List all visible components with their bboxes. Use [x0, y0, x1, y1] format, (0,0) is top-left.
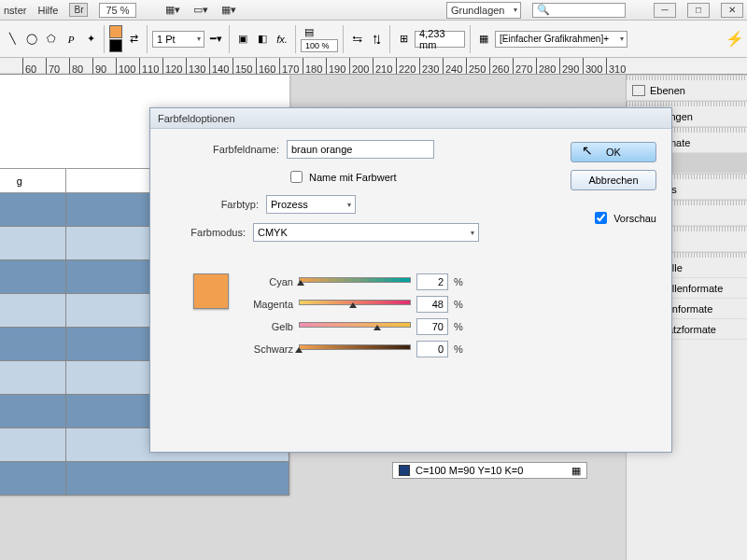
frame-fit-select[interactable]: [Einfacher Grafikrahmen]+ [495, 31, 627, 48]
slider-thumb[interactable] [374, 325, 381, 330]
menubar: nster Hilfe Br 75 % ▦▾ ▭▾ ▦▾ Grundlagen … [0, 0, 747, 21]
stroke-weight-select[interactable]: 1 Pt [152, 31, 204, 48]
menu-item[interactable]: Hilfe [37, 5, 58, 16]
ruler-tick: 200 [349, 58, 369, 75]
swatch-status-label: C=100 M=90 Y=10 K=0 [416, 465, 523, 476]
screen-mode-icon[interactable]: ▭▾ [192, 2, 209, 19]
measure-input[interactable]: 4,233 mm [415, 31, 465, 48]
calendar-cell[interactable] [0, 462, 66, 496]
arrange-icon[interactable]: ▦▾ [220, 2, 237, 19]
wrap-icon-1[interactable]: ▣ [234, 31, 251, 48]
slider-thumb[interactable] [297, 280, 304, 286]
slider-label: Cyan [239, 276, 293, 287]
maximize-button[interactable]: □ [687, 3, 710, 18]
slider-thumb[interactable] [349, 302, 357, 308]
panel-icon [632, 85, 645, 96]
cancel-button[interactable]: Abbrechen [571, 170, 656, 190]
ruler-tick: 290 [559, 58, 579, 75]
slider-track[interactable] [299, 277, 411, 287]
scale-input[interactable]: 100 % [301, 39, 338, 52]
panel-item[interactable]: Ebenen [627, 80, 747, 101]
polygon-tool-icon[interactable]: ⬠ [43, 31, 60, 48]
calendar-cell[interactable] [0, 428, 66, 462]
slider-track[interactable] [299, 344, 411, 354]
ruler-tick: 190 [326, 58, 345, 75]
calendar-cell[interactable] [0, 193, 66, 227]
swatch-status-row[interactable]: C=100 M=90 Y=10 K=0 ▦ [392, 462, 587, 479]
calendar-cell[interactable] [0, 294, 66, 328]
flip-v-icon[interactable]: ⮁ [368, 31, 385, 48]
ruler-tick: 110 [139, 58, 159, 75]
slider-row-black: Schwarz% [239, 338, 465, 360]
ruler-tick: 260 [489, 58, 509, 75]
swatch-type-icon: ▦ [571, 465, 581, 477]
menu-item[interactable]: nster [4, 5, 26, 16]
color-type-label: Farbtyp: [165, 199, 266, 210]
name-with-value-checkbox[interactable] [290, 171, 303, 183]
slider-label: Magenta [239, 299, 293, 310]
zoom-level[interactable]: 75 % [99, 3, 135, 18]
calendar-cell[interactable] [0, 361, 66, 395]
color-mode-label: Farbmodus: [165, 227, 253, 238]
slider-value-input[interactable] [416, 318, 448, 335]
horizontal-ruler: 6070809010011012013014015016017018019020… [0, 58, 747, 75]
slider-value-input[interactable] [416, 296, 448, 313]
ok-button[interactable]: ↖ OK [571, 142, 656, 162]
stroke-swatch[interactable] [109, 39, 122, 52]
percent-label: % [454, 343, 465, 355]
close-button[interactable]: ✕ [721, 3, 743, 18]
ellipse-tool-icon[interactable]: ◯ [23, 31, 40, 48]
slider-label: Gelb [239, 321, 293, 332]
workspace-dropdown[interactable]: Grundlagen [446, 2, 521, 19]
convert-shape-icon[interactable]: ✦ [82, 31, 99, 48]
opacity-icon[interactable]: ▤ [301, 25, 317, 38]
ruler-tick: 220 [396, 58, 416, 75]
preview-checkbox[interactable] [595, 212, 607, 224]
calendar-cell[interactable] [66, 462, 289, 496]
calendar-header: g [0, 169, 66, 193]
preview-label: Vorschau [613, 213, 656, 224]
color-type-select[interactable]: Prozess [266, 195, 356, 214]
ruler-tick: 240 [443, 58, 462, 75]
view-options-icon[interactable]: ▦▾ [164, 2, 181, 19]
ruler-tick: 120 [162, 58, 182, 75]
search-input[interactable]: 🔍 [532, 3, 626, 18]
fitting-icon[interactable]: ▦ [475, 31, 492, 48]
ruler-tick: 300 [583, 58, 602, 75]
dialog-title: Farbfeldoptionen [150, 108, 671, 129]
quick-apply-icon[interactable]: ⚡ [726, 31, 743, 48]
swatch-name-input[interactable] [287, 140, 434, 159]
flip-h-icon[interactable]: ⮀ [348, 31, 365, 48]
ruler-tick: 90 [92, 58, 106, 75]
calendar-cell[interactable] [0, 227, 66, 260]
color-mode-select[interactable]: CMYK [253, 223, 479, 242]
swap-colors-icon[interactable]: ⇄ [125, 31, 142, 48]
slider-track[interactable] [299, 322, 411, 331]
ruler-tick: 210 [373, 58, 392, 75]
calendar-cell[interactable] [0, 328, 66, 361]
fill-swatch[interactable] [109, 25, 122, 38]
minimize-button[interactable]: ─ [654, 3, 676, 18]
slider-value-input[interactable] [416, 273, 448, 290]
slider-thumb[interactable] [295, 347, 303, 353]
dimensions-icon[interactable]: ⊞ [395, 31, 412, 48]
ruler-tick: 80 [69, 58, 83, 75]
ruler-tick: 180 [303, 58, 322, 75]
ruler-tick: 230 [419, 58, 439, 75]
control-toolbar: ╲ ◯ ⬠ P ✦ ⇄ 1 Pt ━▾ ▣ ◧ fx. ▤ 100 % ⮀ ⮁ … [0, 21, 747, 58]
slider-value-input[interactable] [416, 341, 448, 357]
calendar-cell[interactable] [0, 395, 66, 428]
ruler-tick: 160 [256, 58, 275, 75]
fx-icon[interactable]: fx. [274, 31, 290, 48]
calendar-cell[interactable] [0, 260, 66, 294]
swatch-name-label: Farbfeldname: [165, 144, 287, 155]
slider-track[interactable] [299, 300, 411, 309]
bridge-button[interactable]: Br [69, 3, 88, 17]
ruler-tick: 310 [606, 58, 626, 75]
placeholder-p-icon[interactable]: P [63, 31, 79, 48]
stroke-style-icon[interactable]: ━▾ [207, 31, 224, 48]
swatch-preview-icon [399, 465, 410, 476]
wrap-icon-2[interactable]: ◧ [254, 31, 271, 48]
line-tool-icon[interactable]: ╲ [4, 31, 21, 48]
ruler-tick: 250 [466, 58, 486, 75]
